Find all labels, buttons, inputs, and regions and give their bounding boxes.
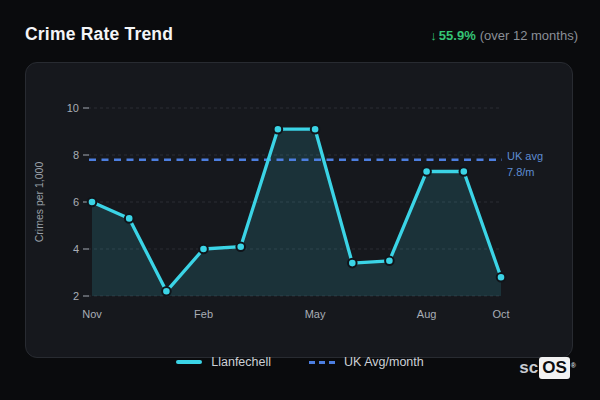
data-point [162, 287, 171, 296]
x-tick-label: Oct [492, 308, 509, 320]
legend-item-uk-avg[interactable]: UK Avg/month [309, 355, 424, 369]
x-tick-label: Aug [417, 308, 437, 320]
legend-item-llanfechell[interactable]: Llanfechell [176, 355, 271, 369]
data-point [199, 245, 208, 254]
legend-label: UK Avg/month [344, 355, 424, 369]
page-title: Crime Rate Trend [25, 24, 173, 45]
uk-avg-annotation: UK avg [507, 150, 543, 162]
page-root: { "header": { "title": "Crime Rate Trend… [0, 0, 600, 400]
chart-card: 246810Crimes per 1,000NovFebMayAugOctUK … [25, 62, 573, 358]
y-tick-label: 10 [67, 102, 79, 114]
logo-box: OS [539, 357, 570, 379]
dashed-swatch-icon [309, 361, 335, 364]
data-point [125, 214, 134, 223]
chart-header: Crime Rate Trend ↓55.9%(over 12 months) [25, 24, 578, 45]
line-swatch-icon [176, 360, 202, 364]
x-tick-label: May [305, 308, 326, 320]
y-tick-label: 8 [73, 149, 79, 161]
data-point [88, 198, 97, 207]
data-point [311, 125, 320, 134]
y-tick-label: 4 [73, 243, 79, 255]
data-point [385, 257, 394, 266]
y-tick-label: 2 [73, 290, 79, 302]
data-point [236, 242, 245, 251]
data-point [274, 125, 283, 134]
x-tick-label: Feb [194, 308, 213, 320]
y-tick-label: 6 [73, 196, 79, 208]
chart-legend: Llanfechell UK Avg/month [0, 353, 600, 371]
registered-mark: ® [571, 355, 576, 377]
uk-avg-annotation: 7.8/m [507, 166, 535, 178]
change-percent: 55.9% [439, 28, 476, 43]
logo-prefix: sc [519, 357, 538, 379]
down-arrow-icon: ↓ [430, 28, 437, 43]
data-point [460, 167, 469, 176]
change-stat: ↓55.9%(over 12 months) [430, 28, 578, 43]
x-tick-label: Nov [82, 308, 102, 320]
series-area-fill [92, 129, 501, 296]
data-point [497, 273, 506, 282]
data-point [348, 259, 357, 268]
change-value: ↓55.9% [430, 28, 475, 43]
data-point [422, 167, 431, 176]
y-axis-label: Crimes per 1,000 [33, 162, 45, 243]
crime-trend-chart: 246810Crimes per 1,000NovFebMayAugOctUK … [26, 63, 574, 359]
change-caption: (over 12 months) [480, 28, 578, 43]
scos-logo: sc OS ® [519, 357, 576, 379]
legend-label: Llanfechell [211, 355, 271, 369]
